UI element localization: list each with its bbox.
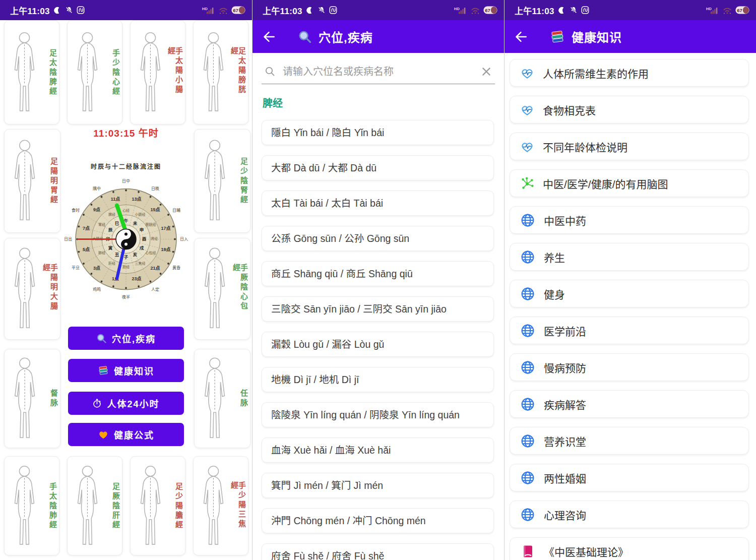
acupoint-search-button[interactable]: 穴位,疾病 bbox=[68, 327, 184, 350]
meridian-card[interactable]: 足陽明胃經 bbox=[4, 129, 60, 233]
meridian-card[interactable]: 督脉 bbox=[4, 349, 60, 448]
meridian-card[interactable]: 手少陽三焦經 bbox=[193, 456, 248, 555]
list-item[interactable]: 不同年龄体检说明 bbox=[510, 133, 749, 160]
list-item[interactable]: 隱白 Yǐn bái / 隐白 Yǐn bái bbox=[262, 120, 494, 145]
list-item[interactable]: 心理咨询 bbox=[510, 501, 749, 528]
meridian-card[interactable]: 手陽明大腸經 bbox=[4, 238, 60, 340]
search-field bbox=[262, 59, 495, 84]
meridian-card[interactable]: 手太陽小腸經 bbox=[130, 20, 185, 125]
current-time-display: 11:03:15 午时 bbox=[63, 126, 189, 139]
svg-text:心经: 心经 bbox=[122, 208, 130, 212]
status-bar: 上午11:03 HD 67 bbox=[505, 0, 756, 20]
list-item[interactable]: 医学前沿 bbox=[510, 317, 749, 344]
search-icon bbox=[298, 30, 312, 44]
list-item-label: 不同年龄体检说明 bbox=[543, 139, 627, 154]
body-diagram bbox=[8, 27, 41, 117]
svg-text:丑: 丑 bbox=[115, 252, 119, 257]
meridian-card[interactable]: 足厥陰肝經 bbox=[67, 456, 122, 555]
meridian-card[interactable]: 手太陰肺經 bbox=[4, 456, 59, 555]
meridian-card-label: 督脉 bbox=[50, 389, 57, 408]
list-item[interactable]: 中医中药 bbox=[510, 206, 749, 234]
knowledge-list: 人体所需维生素的作用 食物相克表 不同年龄体检说明 中医/医学/健康/的有用脑图… bbox=[510, 59, 749, 560]
svg-text:三焦经: 三焦经 bbox=[135, 261, 146, 266]
svg-text:胃经: 胃经 bbox=[98, 222, 105, 227]
meridian-card[interactable]: 足太陰脾經 bbox=[4, 20, 59, 125]
back-arrow-icon bbox=[262, 30, 276, 44]
body-diagram bbox=[71, 463, 104, 549]
svg-text:戌: 戌 bbox=[140, 245, 144, 251]
list-item-label: 人体所需维生素的作用 bbox=[543, 66, 649, 81]
meridian-card-label: 手太陰肺經 bbox=[49, 482, 56, 530]
list-item[interactable]: 养生 bbox=[510, 243, 749, 271]
mute-bell-icon bbox=[65, 6, 73, 14]
back-button[interactable] bbox=[262, 29, 277, 44]
svg-text:19点: 19点 bbox=[161, 246, 170, 252]
svg-text:平旦: 平旦 bbox=[72, 266, 80, 270]
meridian-card[interactable]: 足太陽膀胱經 bbox=[193, 20, 248, 125]
status-time: 上午11:03 bbox=[10, 4, 50, 17]
search-input[interactable] bbox=[282, 66, 475, 78]
list-item[interactable]: 大都 Dà dū / 大都 Dà dū bbox=[262, 155, 494, 180]
list-item-label: 两性婚姻 bbox=[544, 470, 586, 485]
list-item[interactable]: 《中医基础理论》 bbox=[510, 537, 749, 560]
back-arrow-icon bbox=[514, 30, 528, 44]
body-diagram bbox=[71, 27, 104, 117]
meridian-card[interactable]: 足少陰腎經 bbox=[194, 129, 250, 233]
list-item[interactable]: 慢病预防 bbox=[510, 353, 749, 381]
heart-icon bbox=[98, 429, 109, 440]
do-not-disturb-moon-icon bbox=[54, 7, 61, 14]
list-item[interactable]: 陰陵泉 Yīn líng quán / 阴陵泉 Yīn líng quán bbox=[262, 402, 494, 427]
globe-icon bbox=[520, 433, 535, 449]
meridian-card[interactable]: 足少陽膽經 bbox=[130, 456, 185, 555]
meridian-card[interactable]: 手少陰心經 bbox=[67, 20, 122, 125]
list-item[interactable]: 健身 bbox=[510, 280, 749, 307]
list-item[interactable]: 中医/医学/健康/的有用脑图 bbox=[510, 169, 749, 197]
meridian-card[interactable]: 任脉 bbox=[194, 349, 250, 448]
svg-text:鸡鸣: 鸡鸣 bbox=[93, 287, 101, 292]
svg-text:肾经: 肾经 bbox=[151, 236, 158, 241]
clear-icon[interactable] bbox=[481, 66, 492, 77]
svg-text:肝经: 肝经 bbox=[108, 261, 115, 266]
list-item[interactable]: 漏穀 Lòu gǔ / 漏谷 Lòu gǔ bbox=[262, 332, 494, 357]
button-label: 健康知识 bbox=[114, 364, 154, 377]
list-item[interactable]: 府舍 Fù shě / 府舍 Fù shě bbox=[262, 543, 494, 560]
list-item[interactable]: 商丘 Shāng qiū / 商丘 Shāng qiū bbox=[262, 261, 494, 286]
search-icon bbox=[96, 333, 107, 344]
back-button[interactable] bbox=[514, 29, 529, 44]
health-knowledge-button[interactable]: 健康知识 bbox=[68, 359, 184, 382]
list-item-label: 医学前沿 bbox=[544, 323, 586, 338]
clock-title: 时辰与十二经脉流注图 bbox=[91, 163, 161, 170]
list-item[interactable]: 食物相克表 bbox=[510, 96, 749, 123]
list-item[interactable]: 太白 Tài bái / 太白 Tài bái bbox=[262, 191, 494, 216]
svg-text:9点: 9点 bbox=[93, 207, 100, 212]
globe-icon bbox=[520, 507, 535, 522]
heart-pulse-icon bbox=[520, 103, 534, 117]
meridian-card[interactable]: 手厥陰心包經 bbox=[194, 238, 250, 340]
list-item[interactable]: 两性婚姻 bbox=[510, 464, 749, 491]
app-bar: 健康知识 bbox=[505, 20, 756, 53]
globe-icon bbox=[520, 397, 535, 412]
list-item-label: 健身 bbox=[544, 286, 565, 301]
svg-text:胆经: 胆经 bbox=[122, 265, 130, 269]
svg-text:67: 67 bbox=[233, 8, 238, 13]
svg-text:子: 子 bbox=[124, 255, 129, 260]
svg-text:HD: HD bbox=[202, 7, 208, 11]
list-item[interactable]: 箕門 Jì mén / 箕门 Jì mén bbox=[262, 473, 494, 498]
svg-text:亥: 亥 bbox=[133, 252, 138, 257]
book-icon bbox=[520, 544, 535, 559]
body-24hours-button[interactable]: 人体24小时 bbox=[68, 392, 184, 415]
list-item[interactable]: 地機 Dì jī / 地机 Dì jī bbox=[262, 367, 494, 392]
list-item-label: 《中医基础理论》 bbox=[544, 544, 628, 559]
body-diagram bbox=[8, 244, 42, 333]
list-item[interactable]: 人体所需维生素的作用 bbox=[510, 59, 749, 87]
svg-text:辰: 辰 bbox=[108, 227, 113, 232]
list-item[interactable]: 血海 Xuè hǎi / 血海 Xuè hǎi bbox=[262, 438, 494, 463]
health-formula-button[interactable]: 健康公式 bbox=[68, 423, 184, 446]
list-item[interactable]: 沖門 Chōng mén / 冲门 Chōng mén bbox=[262, 508, 494, 533]
list-item[interactable]: 疾病解答 bbox=[510, 390, 749, 418]
list-item[interactable]: 营养识堂 bbox=[510, 427, 749, 455]
list-item[interactable]: 公孫 Gōng sūn / 公孙 Gōng sūn bbox=[262, 226, 494, 251]
globe-icon bbox=[520, 213, 535, 228]
list-item[interactable]: 三陰交 Sān yīn jiāo / 三阴交 Sān yīn jiāo bbox=[262, 296, 494, 322]
svg-text:肺经: 肺经 bbox=[98, 251, 105, 255]
